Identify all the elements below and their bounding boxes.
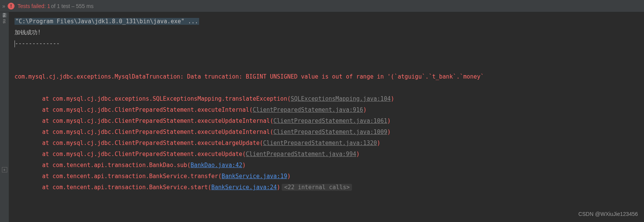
- expand-stack-icon[interactable]: +: [2, 167, 7, 172]
- stack-frame: at com.tencent.api.transaction.BankServi…: [15, 184, 211, 191]
- stack-suffix: ): [387, 129, 391, 135]
- folded-calls[interactable]: <22 internal calls>: [282, 184, 352, 191]
- source-link[interactable]: ClientPreparedStatement.java:916: [253, 106, 363, 113]
- output-line-sep: -------------: [15, 40, 60, 47]
- stack-frame: at com.mysql.cj.jdbc.ClientPreparedState…: [15, 151, 246, 158]
- stack-frame: at com.mysql.cj.jdbc.ClientPreparedState…: [15, 106, 253, 113]
- gutter-tab-2[interactable]: ns: [2, 19, 7, 24]
- tests-count-label: of 1 test – 555 ms: [51, 3, 93, 9]
- stack-suffix: ): [242, 162, 246, 169]
- source-link[interactable]: BankService.java:24: [211, 184, 277, 191]
- stack-suffix: ): [356, 151, 360, 158]
- watermark: CSDN @WXiuJie123456: [578, 209, 638, 220]
- stack-suffix: ): [277, 184, 280, 191]
- stack-suffix: ): [391, 95, 394, 102]
- exception-line: com.mysql.cj.jdbc.exceptions.MysqlDataTr…: [15, 73, 484, 80]
- tests-failed-label: Tests failed: 1: [18, 3, 50, 9]
- stack-frame: at com.mysql.cj.jdbc.ClientPreparedState…: [15, 129, 273, 135]
- source-link[interactable]: ClientPreparedStatement.java:1061: [273, 117, 387, 124]
- gutter: ns ns +: [0, 12, 9, 222]
- console-output[interactable]: "C:\Program Files\Java\jdk1.8.0_131\bin\…: [9, 12, 644, 222]
- source-link[interactable]: SQLExceptionsMapping.java:104: [290, 95, 391, 102]
- collapse-icon[interactable]: »: [2, 3, 5, 9]
- gutter-tab-1[interactable]: ns: [2, 13, 7, 18]
- test-status-header: » ! Tests failed: 1 of 1 test – 555 ms: [0, 0, 644, 12]
- source-link[interactable]: ClientPreparedStatement.java:994: [246, 151, 356, 158]
- stack-suffix: ): [377, 140, 380, 146]
- source-link[interactable]: ClientPreparedStatement.java:1320: [263, 140, 377, 146]
- fail-icon: !: [8, 3, 15, 10]
- stack-trace: at com.mysql.cj.jdbc.exceptions.SQLExcep…: [15, 93, 639, 193]
- stack-frame: at com.mysql.cj.jdbc.ClientPreparedState…: [15, 140, 263, 146]
- stack-frame: at com.tencent.api.transaction.BankDao.s…: [15, 162, 191, 169]
- output-line: 加钱成功!: [15, 29, 41, 36]
- source-link[interactable]: BankDao.java:42: [191, 162, 242, 169]
- console-body: ns ns + "C:\Program Files\Java\jdk1.8.0_…: [0, 12, 644, 222]
- source-link[interactable]: BankService.java:19: [222, 173, 287, 180]
- stack-frame: at com.mysql.cj.jdbc.ClientPreparedState…: [15, 117, 273, 124]
- command-line: "C:\Program Files\Java\jdk1.8.0_131\bin\…: [15, 18, 199, 25]
- stack-suffix: ): [387, 117, 391, 124]
- stack-suffix: ): [363, 106, 367, 113]
- stack-frame: at com.tencent.api.transaction.BankServi…: [15, 173, 222, 180]
- stack-suffix: ): [287, 173, 290, 180]
- stack-frame: at com.mysql.cj.jdbc.exceptions.SQLExcep…: [15, 95, 290, 102]
- source-link[interactable]: ClientPreparedStatement.java:1009: [273, 129, 387, 135]
